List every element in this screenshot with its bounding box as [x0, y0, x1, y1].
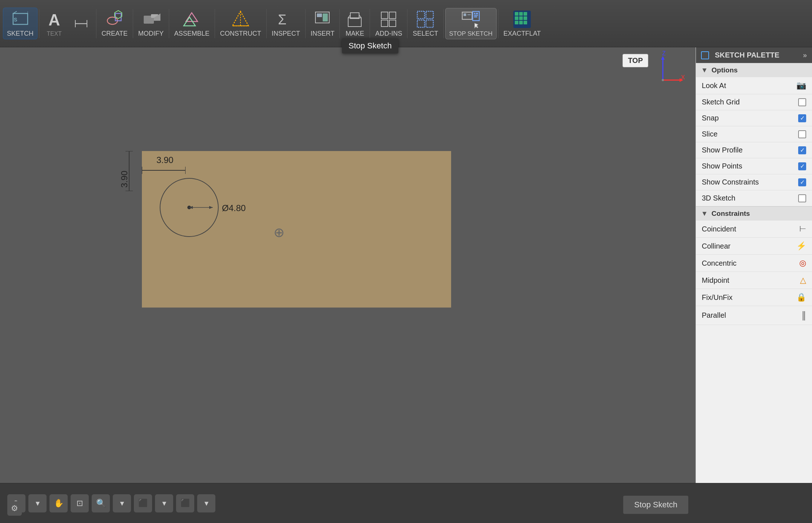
settings-btn[interactable]: ⚙ [7, 501, 22, 516]
zoom-extent-btn[interactable]: ⊡ [71, 494, 89, 512]
option-sketch-grid-label: Sketch Grid [702, 98, 798, 106]
constraints-collapse-arrow: ▼ [701, 210, 708, 218]
palette-constraints-header[interactable]: ▼ Constraints [696, 206, 812, 221]
display-mode-btn[interactable]: ▾ [155, 494, 173, 512]
toolbar-dim[interactable] [68, 12, 95, 35]
show-points-checkbox[interactable] [798, 162, 806, 170]
toolbar-sketch[interactable]: S SKETCH [3, 8, 37, 39]
constraint-collinear[interactable]: Collinear ⚡ [696, 238, 812, 255]
dim-icon [71, 14, 91, 33]
option-3d-sketch[interactable]: 3D Sketch [696, 190, 812, 206]
3d-sketch-checkbox[interactable] [798, 194, 806, 202]
select-icon [415, 9, 435, 29]
palette-options-header[interactable]: ▼ Options [696, 63, 812, 77]
svg-text:Σ: Σ [278, 12, 287, 27]
coincident-icon: ⊢ [799, 224, 806, 234]
svg-rect-40 [474, 15, 478, 16]
toolbar-modify[interactable]: MODIFY [135, 8, 167, 39]
sketch-grid-checkbox[interactable] [798, 98, 806, 106]
constraint-parallel[interactable]: Parallel ∥ [696, 306, 812, 325]
svg-rect-46 [524, 12, 527, 16]
toolbar-text[interactable]: A TEXT [41, 9, 68, 39]
constraints-label: Constraints [712, 210, 750, 218]
zoom-in-btn[interactable]: 🔍 [92, 494, 110, 512]
svg-rect-30 [417, 11, 425, 19]
constraint-concentric[interactable]: Concentric ◎ [696, 255, 812, 272]
svg-rect-21 [323, 13, 328, 21]
sketch-palette-header[interactable]: SKETCH PALETTE » [696, 47, 812, 63]
svg-rect-50 [515, 21, 518, 24]
option-show-profile[interactable]: Show Profile [696, 142, 812, 158]
options-label: Options [712, 66, 738, 74]
option-sketch-grid[interactable]: Sketch Grid [696, 94, 812, 110]
sketch-label: SKETCH [7, 30, 33, 37]
separator-1 [39, 9, 39, 38]
svg-rect-20 [317, 13, 322, 17]
toolbar-create[interactable]: CREATE [98, 8, 131, 39]
show-constraints-checkbox[interactable] [798, 178, 806, 186]
toolbar-inspect[interactable]: Σ INSPECT [268, 8, 304, 39]
toolbar-select[interactable]: SELECT [409, 8, 442, 39]
separator-8 [339, 9, 340, 38]
separator-12 [498, 9, 498, 38]
svg-point-59 [662, 79, 664, 81]
zoom-dropdown-btn[interactable]: ▾ [113, 494, 131, 512]
separator-10 [407, 9, 407, 38]
option-snap[interactable]: Snap [696, 110, 812, 126]
stop-sketch-label: STOP SKETCH [449, 30, 493, 37]
svg-text:S: S [14, 17, 17, 23]
inspect-label: INSPECT [272, 30, 300, 37]
slice-checkbox[interactable] [798, 130, 806, 138]
separator-3 [133, 9, 133, 38]
sketch-palette-panel: SKETCH PALETTE » ▼ Options Look At 📷 Ske… [696, 47, 812, 483]
toolbar-insert[interactable]: INSERT [307, 8, 338, 39]
axis-indicator[interactable]: Z X [641, 51, 685, 95]
create-icon [105, 9, 124, 29]
constraint-fix-unfix[interactable]: Fix/UnFix 🔒 [696, 289, 812, 306]
svg-rect-29 [389, 20, 396, 27]
dropdown-btn[interactable]: ▾ [28, 494, 47, 512]
stop-sketch-icon [461, 10, 481, 29]
constraint-coincident[interactable]: Coincident ⊢ [696, 221, 812, 238]
text-label: TEXT [47, 31, 62, 37]
svg-rect-49 [524, 16, 527, 20]
toolbar-addins[interactable]: ADD-INS [371, 8, 406, 39]
option-show-points[interactable]: Show Points [696, 158, 812, 174]
option-slice[interactable]: Slice [696, 126, 812, 142]
toolbar-exactflat[interactable]: EXACTFLAT [500, 8, 545, 39]
toolbar-assemble[interactable]: ASSEMBLE [171, 8, 213, 39]
sketch-palette-close[interactable]: » [803, 51, 807, 59]
visual-style-dropdown[interactable]: ▾ [197, 494, 215, 512]
visual-style-btn[interactable]: ⬛ [176, 494, 194, 512]
exactflat-label: EXACTFLAT [503, 30, 541, 37]
option-show-constraints[interactable]: Show Constraints [696, 174, 812, 190]
svg-rect-27 [389, 12, 396, 19]
snap-checkbox[interactable] [798, 114, 806, 122]
stop-sketch-bottom-button[interactable]: Stop Sketch [623, 496, 688, 514]
option-look-at[interactable]: Look At 📷 [696, 77, 812, 94]
constraint-midpoint[interactable]: Midpoint △ [696, 272, 812, 289]
addins-label: ADD-INS [375, 30, 402, 37]
separator-4 [169, 9, 169, 38]
show-profile-checkbox[interactable] [798, 146, 806, 154]
midpoint-icon: △ [800, 276, 806, 285]
construct-icon [231, 9, 250, 29]
svg-text:X: X [681, 74, 685, 80]
create-label: CREATE [102, 30, 128, 37]
toolbar-construct[interactable]: CONSTRUCT [216, 8, 265, 39]
svg-rect-35 [463, 13, 466, 16]
dim-horizontal-value: 3.90 [156, 155, 174, 165]
pan-btn[interactable]: ✋ [49, 494, 68, 512]
separator-6 [266, 9, 267, 38]
construct-label: CONSTRUCT [220, 30, 261, 37]
sketch-palette-icon [701, 51, 709, 59]
main-toolbar: S SKETCH A TEXT CREATE [0, 0, 812, 47]
view-cube-btn[interactable]: ⬛ [134, 494, 152, 512]
main-canvas[interactable]: 3.90 3.90 Ø4.80 ⊕ [0, 47, 812, 483]
svg-rect-44 [515, 12, 518, 16]
option-show-constraints-label: Show Constraints [702, 178, 798, 186]
toolbar-stop-sketch[interactable]: STOP SKETCH [445, 8, 497, 39]
svg-rect-38 [474, 13, 475, 14]
toolbar-make[interactable]: MAKE [341, 8, 368, 39]
svg-rect-41 [474, 16, 477, 17]
